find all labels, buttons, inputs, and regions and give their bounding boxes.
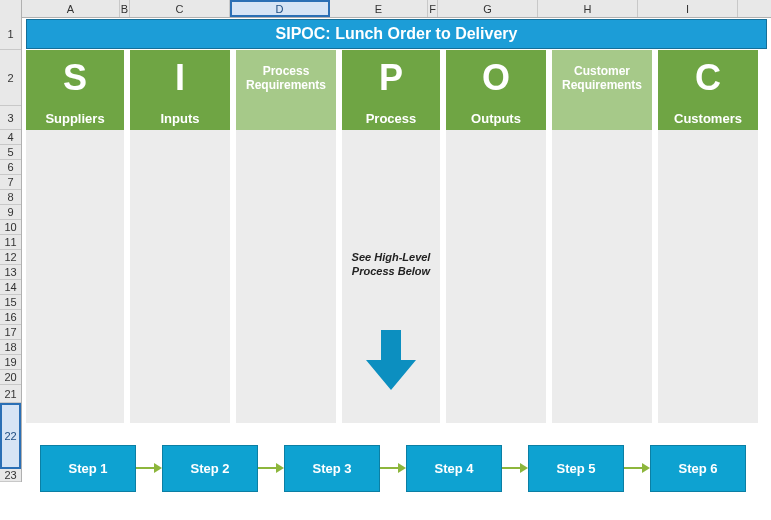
- col-header-f[interactable]: F: [428, 0, 438, 17]
- letter-p: P: [342, 50, 440, 106]
- title-banner: SIPOC: Lunch Order to Delivery: [26, 19, 767, 49]
- step-label: Step 1: [68, 461, 107, 476]
- svg-marker-5: [398, 463, 406, 473]
- step-label: Step 5: [556, 461, 595, 476]
- step-connector-1: [136, 462, 162, 474]
- row-header-4[interactable]: 4: [0, 130, 21, 145]
- row-headers: 1 2 3 4 5 6 7 8 9 10 11 12 13 14 15 16 1…: [0, 18, 22, 482]
- step-connector-4: [502, 462, 528, 474]
- column-headers: A B C D E F G H I: [0, 0, 771, 18]
- sub-outputs: Outputs: [446, 106, 546, 130]
- customer-requirements-header: Customer Requirements: [552, 50, 652, 106]
- sub-process: Process: [342, 106, 440, 130]
- letter-i: I: [130, 50, 230, 106]
- row-header-9[interactable]: 9: [0, 205, 21, 220]
- content-process[interactable]: See High-Level Process Below: [342, 130, 440, 423]
- row-header-14[interactable]: 14: [0, 280, 21, 295]
- note-line-2: Process Below: [352, 265, 430, 277]
- col-header-a[interactable]: A: [22, 0, 120, 17]
- row-header-7[interactable]: 7: [0, 175, 21, 190]
- select-all-corner[interactable]: [0, 0, 22, 18]
- content-area: See High-Level Process Below: [22, 130, 771, 423]
- letter-c: C: [658, 50, 758, 106]
- content-outputs[interactable]: [446, 130, 546, 423]
- sub-inputs: Inputs: [130, 106, 230, 130]
- svg-marker-9: [642, 463, 650, 473]
- letter-o: O: [446, 50, 546, 106]
- row-header-21[interactable]: 21: [0, 385, 21, 403]
- step-label: Step 3: [312, 461, 351, 476]
- svg-marker-1: [154, 463, 162, 473]
- note-line-1: See High-Level: [352, 251, 431, 263]
- col-header-e[interactable]: E: [330, 0, 428, 17]
- svg-marker-3: [276, 463, 284, 473]
- col-header-g[interactable]: G: [438, 0, 538, 17]
- row-header-11[interactable]: 11: [0, 235, 21, 250]
- row-header-18[interactable]: 18: [0, 340, 21, 355]
- row-header-10[interactable]: 10: [0, 220, 21, 235]
- row-header-16[interactable]: 16: [0, 310, 21, 325]
- content-inputs[interactable]: [130, 130, 230, 423]
- step-box-4[interactable]: Step 4: [406, 445, 502, 492]
- sub-suppliers: Suppliers: [26, 106, 124, 130]
- content-suppliers[interactable]: [26, 130, 124, 423]
- step-connector-5: [624, 462, 650, 474]
- down-arrow-icon: [366, 330, 416, 390]
- col-header-b[interactable]: B: [120, 0, 130, 17]
- row-header-6[interactable]: 6: [0, 160, 21, 175]
- row-header-20[interactable]: 20: [0, 370, 21, 385]
- see-process-note: See High-Level Process Below: [342, 250, 440, 279]
- row-header-2[interactable]: 2: [0, 50, 21, 106]
- content-process-req[interactable]: [236, 130, 336, 423]
- letter-s: S: [26, 50, 124, 106]
- col-header-c[interactable]: C: [130, 0, 230, 17]
- process-steps-row: Step 1 Step 2 Step 3 Step 4 Step 5 Step …: [22, 423, 771, 501]
- row-header-19[interactable]: 19: [0, 355, 21, 370]
- step-connector-3: [380, 462, 406, 474]
- col-header-d[interactable]: D: [230, 0, 330, 17]
- sub-customer-req: [552, 106, 652, 130]
- row-header-1[interactable]: 1: [0, 18, 21, 50]
- row-header-23[interactable]: 23: [0, 469, 21, 482]
- step-label: Step 2: [190, 461, 229, 476]
- sub-customers: Customers: [658, 106, 758, 130]
- title-text: SIPOC: Lunch Order to Delivery: [276, 25, 518, 43]
- content-customer-req[interactable]: [552, 130, 652, 423]
- row-header-12[interactable]: 12: [0, 250, 21, 265]
- step-connector-2: [258, 462, 284, 474]
- step-box-3[interactable]: Step 3: [284, 445, 380, 492]
- svg-marker-7: [520, 463, 528, 473]
- step-label: Step 4: [434, 461, 473, 476]
- step-label: Step 6: [678, 461, 717, 476]
- step-box-1[interactable]: Step 1: [40, 445, 136, 492]
- row-header-5[interactable]: 5: [0, 145, 21, 160]
- sipoc-sub-row: Suppliers Inputs Process Outputs Custome…: [22, 106, 771, 130]
- step-box-6[interactable]: Step 6: [650, 445, 746, 492]
- process-requirements-header: Process Requirements: [236, 50, 336, 106]
- col-header-i[interactable]: I: [638, 0, 738, 17]
- row-header-3[interactable]: 3: [0, 106, 21, 130]
- step-box-2[interactable]: Step 2: [162, 445, 258, 492]
- row-header-8[interactable]: 8: [0, 190, 21, 205]
- step-box-5[interactable]: Step 5: [528, 445, 624, 492]
- sub-process-req: [236, 106, 336, 130]
- col-header-h[interactable]: H: [538, 0, 638, 17]
- content-customers[interactable]: [658, 130, 758, 423]
- worksheet[interactable]: SIPOC: Lunch Order to Delivery S I Proce…: [22, 18, 771, 501]
- sipoc-letter-row: S I Process Requirements P O Customer Re…: [22, 50, 771, 106]
- row-header-13[interactable]: 13: [0, 265, 21, 280]
- row-header-22[interactable]: 22: [0, 403, 21, 469]
- row-header-17[interactable]: 17: [0, 325, 21, 340]
- row-header-15[interactable]: 15: [0, 295, 21, 310]
